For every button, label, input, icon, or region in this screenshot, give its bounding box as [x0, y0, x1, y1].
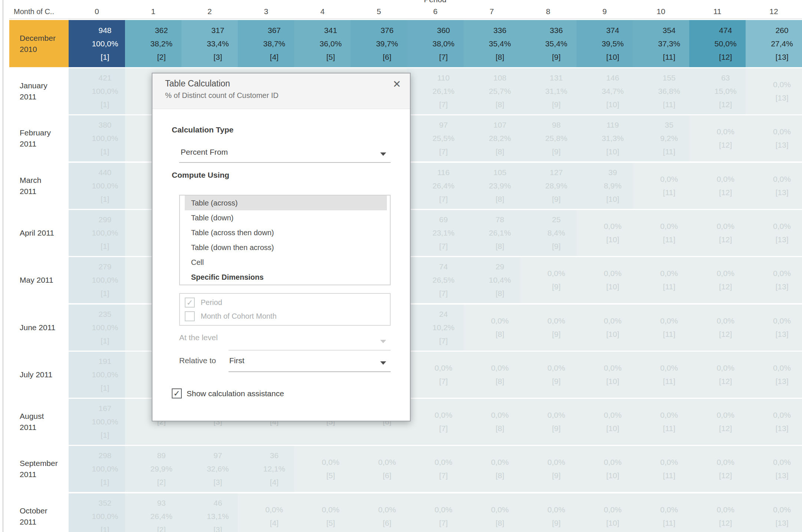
compute-option[interactable]: Table (across)	[185, 196, 387, 210]
data-cell[interactable]: 8929,9%[2]	[125, 446, 181, 492]
data-cell[interactable]: 279100,0%[1]	[69, 257, 125, 303]
data-cell[interactable]: 421100,0%[1]	[69, 68, 125, 114]
data-cell[interactable]: 0,0%[8]	[464, 399, 520, 445]
data-cell[interactable]: 352100,0%[1]	[69, 493, 125, 532]
data-cell[interactable]: 33635,4%[8]	[464, 20, 520, 67]
data-cell[interactable]: 398,9%[10]	[576, 163, 633, 209]
data-cell[interactable]: 12728,9%[9]	[520, 163, 576, 209]
data-cell[interactable]: 15536,8%[11]	[633, 68, 689, 114]
compute-option[interactable]: Specific Dimensions	[180, 270, 390, 285]
data-cell[interactable]: 0,0%[9]	[520, 257, 576, 303]
period-column-header[interactable]: 2	[181, 6, 238, 17]
chevron-down-icon[interactable]	[380, 361, 386, 365]
row-label[interactable]: July 2011	[9, 352, 69, 398]
data-cell[interactable]: 0,0%[8]	[464, 305, 520, 351]
data-cell[interactable]: 47450,0%[12]	[689, 20, 746, 67]
data-cell[interactable]: 0,0%[12]	[689, 305, 746, 351]
data-cell[interactable]: 0,0%[13]	[746, 163, 802, 209]
data-cell[interactable]: 0,0%[11]	[633, 399, 689, 445]
calculation-type-value[interactable]: Percent From	[181, 148, 228, 157]
data-cell[interactable]: 0,0%[10]	[576, 493, 633, 532]
period-column-header[interactable]: 8	[520, 6, 576, 17]
data-cell[interactable]: 0,0%[10]	[576, 352, 633, 398]
period-column-header[interactable]: 1	[125, 6, 181, 17]
period-column-header[interactable]: 5	[351, 6, 407, 17]
data-cell[interactable]: 0,0%[13]	[746, 257, 802, 303]
relative-to-value[interactable]: First	[229, 356, 244, 365]
data-cell[interactable]: 37439,5%[10]	[576, 20, 633, 67]
data-cell[interactable]: 191100,0%[1]	[69, 352, 125, 398]
data-cell[interactable]: 2910,4%[8]	[464, 257, 520, 303]
data-cell[interactable]: 14634,7%[10]	[576, 68, 633, 114]
data-cell[interactable]: 0,0%[12]	[689, 493, 746, 532]
data-cell[interactable]: 0,0%[11]	[633, 352, 689, 398]
data-cell[interactable]: 948100,0%[1]	[69, 20, 125, 67]
data-cell[interactable]: 9326,4%[2]	[125, 493, 181, 532]
data-cell[interactable]: 0,0%[13]	[746, 493, 802, 532]
period-column-header[interactable]: 6	[407, 6, 463, 17]
data-cell[interactable]: 0,0%[13]	[746, 210, 802, 256]
data-cell[interactable]: 10825,7%[8]	[464, 68, 520, 114]
data-cell[interactable]: 7426,5%[7]	[407, 257, 463, 303]
period-column-header[interactable]: 12	[746, 6, 802, 17]
data-cell[interactable]: 7826,1%[8]	[464, 210, 520, 256]
period-column-header[interactable]: 7	[464, 6, 520, 17]
data-cell[interactable]: 9732,6%[3]	[181, 446, 238, 492]
data-cell[interactable]: 6923,1%[7]	[407, 210, 463, 256]
data-cell[interactable]: 36738,7%[4]	[238, 20, 294, 67]
data-cell[interactable]: 37639,7%[6]	[351, 20, 407, 67]
data-cell[interactable]: 0,0%[7]	[407, 399, 463, 445]
period-column-header[interactable]: 4	[294, 6, 351, 17]
data-cell[interactable]: 0,0%[5]	[294, 446, 351, 492]
data-cell[interactable]: 36038,0%[7]	[407, 20, 463, 67]
period-column-header[interactable]: 10	[633, 6, 689, 17]
row-dimension-header[interactable]: Month of C..	[14, 6, 54, 17]
data-cell[interactable]: 0,0%[13]	[746, 115, 802, 161]
data-cell[interactable]: 0,0%[12]	[689, 115, 746, 161]
data-cell[interactable]: 0,0%[10]	[576, 257, 633, 303]
period-column-header[interactable]: 9	[576, 6, 633, 17]
data-cell[interactable]: 0,0%[9]	[520, 399, 576, 445]
data-cell[interactable]: 380100,0%[1]	[69, 115, 125, 161]
data-cell[interactable]: 0,0%[11]	[633, 493, 689, 532]
row-label[interactable]: September 2011	[9, 446, 69, 492]
data-cell[interactable]: 0,0%[4]	[238, 493, 294, 532]
period-column-header[interactable]: 0	[69, 6, 125, 17]
data-cell[interactable]: 34136,0%[5]	[294, 20, 351, 67]
data-cell[interactable]: 9725,5%[7]	[407, 115, 463, 161]
data-cell[interactable]: 31733,4%[3]	[181, 20, 238, 67]
row-label[interactable]: June 2011	[9, 305, 69, 351]
compute-option[interactable]: Table (across then down)	[180, 225, 390, 240]
data-cell[interactable]: 0,0%[6]	[351, 446, 407, 492]
data-cell[interactable]: 0,0%[12]	[689, 257, 746, 303]
data-cell[interactable]: 36238,2%[2]	[125, 20, 181, 67]
data-cell[interactable]: 0,0%[8]	[464, 446, 520, 492]
data-cell[interactable]: 0,0%[8]	[464, 493, 520, 532]
data-cell[interactable]: 0,0%[13]	[746, 352, 802, 398]
data-cell[interactable]: 35437,3%[11]	[633, 20, 689, 67]
data-cell[interactable]: 0,0%[13]	[746, 399, 802, 445]
data-cell[interactable]: 0,0%[13]	[746, 68, 802, 114]
chevron-down-icon[interactable]	[380, 152, 386, 156]
data-cell[interactable]: 0,0%[10]	[576, 210, 633, 256]
data-cell[interactable]: 0,0%[9]	[520, 352, 576, 398]
row-label[interactable]: April 2011	[9, 210, 69, 256]
data-cell[interactable]: 0,0%[11]	[633, 163, 689, 209]
data-cell[interactable]: 440100,0%[1]	[69, 163, 125, 209]
data-cell[interactable]: 3612,1%[4]	[238, 446, 294, 492]
data-cell[interactable]: 0,0%[12]	[689, 163, 746, 209]
data-cell[interactable]: 0,0%[9]	[520, 493, 576, 532]
data-cell[interactable]: 0,0%[6]	[351, 493, 407, 532]
data-cell[interactable]: 6315,0%[12]	[689, 68, 746, 114]
data-cell[interactable]: 0,0%[12]	[689, 399, 746, 445]
data-cell[interactable]: 0,0%[11]	[633, 305, 689, 351]
close-icon[interactable]: ✕	[392, 79, 401, 90]
period-column-header[interactable]: 11	[689, 6, 746, 17]
data-cell[interactable]: 0,0%[9]	[520, 305, 576, 351]
data-cell[interactable]: 0,0%[10]	[576, 446, 633, 492]
data-cell[interactable]: 0,0%[12]	[689, 352, 746, 398]
data-cell[interactable]: 0,0%[5]	[294, 493, 351, 532]
data-cell[interactable]: 0,0%[11]	[633, 257, 689, 303]
data-cell[interactable]: 0,0%[10]	[576, 399, 633, 445]
data-cell[interactable]: 235100,0%[1]	[69, 305, 125, 351]
